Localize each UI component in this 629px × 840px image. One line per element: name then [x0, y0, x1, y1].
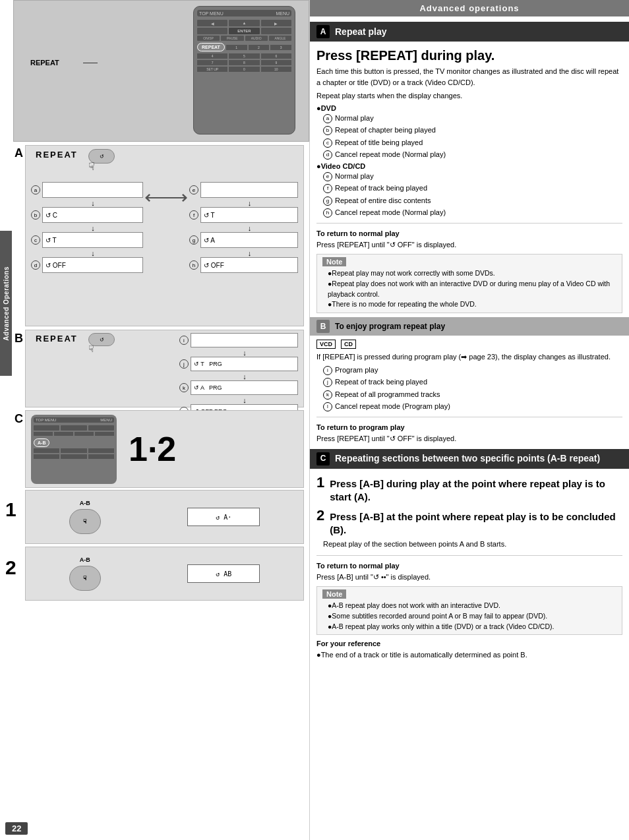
b-item-i-text: Program play [335, 365, 378, 376]
bullet-circle-g: g [323, 196, 332, 206]
rc-num2 [34, 448, 114, 453]
flow-box-d: ↺ OFF [42, 257, 143, 273]
b-item-i: i Program play [310, 364, 629, 376]
remote-btn: 3 [270, 45, 291, 50]
remote-enter-btn: ENTER [229, 28, 259, 34]
remote-middle-row: ENTER [197, 28, 291, 34]
bullet-circle-j: j [323, 378, 332, 387]
dvd-item-b-text: Repeat of chapter being played [335, 125, 436, 136]
step2-subtext: Repeat play of the section between point… [310, 537, 629, 551]
circle-c: c [31, 235, 40, 245]
dvd-item-d-text: Cancel repeat mode (Normal play) [335, 149, 446, 160]
flow-box-i [191, 333, 298, 347]
step2-display: ↺ AB [187, 564, 260, 583]
note-item-c2: ●Some subtitles recorded around point A … [322, 611, 616, 622]
flow-arrow-gh: ↓ [189, 249, 298, 257]
bullet-circle-l: l [323, 402, 332, 411]
vcd-badge: VCD [316, 340, 336, 349]
remote-btn: ON/SP [197, 36, 220, 41]
section-b-label: B [15, 332, 23, 345]
remote-top-menu-label: TOP MENU [199, 11, 224, 16]
return-normal-text: Press [REPEAT] until "↺ OFF" is displaye… [310, 238, 629, 252]
reference-text: ●The end of a track or title is automati… [310, 648, 629, 662]
step1-ab-btn-icon: ☟ [83, 518, 86, 525]
note-item-c1: ●A-B repeat play does not work with an i… [322, 601, 616, 611]
flow-box-j: ↺ T PRG [191, 357, 298, 371]
flow-item-b: b ↺ C [31, 207, 143, 223]
section-a-title: Repeat play [335, 26, 387, 37]
step1-ab-label: A-B [80, 500, 90, 506]
remote-top-image: TOP MENU MENU ◀ ▲ ▶ ENTER ON/SP PAUSE AU… [13, 0, 309, 142]
circle-j: j [179, 359, 189, 369]
step2-ab-btn-icon: ☟ [83, 575, 86, 582]
repeat-title-a: REPEAT [36, 150, 78, 160]
remote-num-row3: 7 8 9 [197, 60, 291, 65]
section-b-body: If [REPEAT] is pressed during program pl… [310, 350, 629, 364]
num-12-display: 1·2 [129, 429, 176, 469]
flow-item-h: h ↺ OFF [189, 257, 298, 273]
flow-box-e [200, 182, 298, 198]
rc-num-row [55, 440, 57, 444]
note-box-c: Note ●A-B repeat play does not work with… [316, 586, 622, 635]
rc-btn [75, 432, 94, 436]
b-item-l-text: Cancel repeat mode (Program play) [335, 401, 450, 412]
remote-bottom-row: SET UP 0 10 [197, 67, 291, 72]
b-item-l: l Cancel repeat mode (Program play) [310, 400, 629, 413]
note-box-a: Note ●Repeat play may not work correctly… [316, 254, 622, 313]
section-a-badge: A [316, 25, 330, 38]
remote-buttons-top: ◀ ▲ ▶ [197, 20, 291, 26]
remote-c: TOP MENU MENU A-B [31, 415, 117, 484]
remote-btn: 5 [229, 53, 259, 59]
section-c-header: C Repeating sections between two specifi… [310, 449, 629, 469]
remote-btn: ◀ [197, 20, 227, 26]
step1-ab-btn[interactable]: ☟ [69, 509, 101, 534]
b-item-k-text: Repeat of all programmed tracks [335, 389, 440, 400]
remote-btn: 9 [261, 60, 291, 65]
section-c-label: C [15, 412, 23, 426]
return-program-label: To return to program play [310, 421, 629, 432]
rc-ab-row: A-B [34, 437, 114, 447]
circle-f: f [189, 210, 198, 220]
remote-btn: 6 [261, 53, 291, 59]
vcd-item-g-text: Repeat of entire disc contents [335, 195, 431, 206]
left-panel: Advanced Operations TOP MENU MENU ◀ ▲ ▶ … [0, 0, 310, 840]
note-title-c: Note [322, 589, 346, 599]
rc-num3 [34, 454, 114, 459]
remote-btn: AUDIO [245, 36, 268, 41]
flow-arrow-ab: ↓ [31, 199, 143, 207]
flow-arrow-cd: ↓ [31, 249, 143, 257]
remote-btn: 1 [226, 45, 247, 50]
step1-number: 1 [5, 498, 16, 521]
dvd-flow: a ↓ b ↺ C ↓ c ↺ T ↓ d ↺ OFF [31, 182, 143, 273]
remote-btn: ▶ [261, 20, 291, 26]
vcd-item-e: e Normal play [310, 170, 629, 183]
circle-e: e [189, 185, 198, 195]
vcd-flow: e ↓ f ↺ T ↓ g ↺ A ↓ h ↺ OFF [189, 182, 298, 273]
flow-item-c: c ↺ T [31, 232, 143, 248]
section-b-header: B To enjoy program repeat play [310, 317, 629, 336]
bullet-circle-a: a [323, 114, 332, 123]
remote-c-top: TOP MENU MENU [34, 417, 114, 423]
note-item-a1: ●Repeat play may not work correctly with… [322, 268, 616, 279]
section-a-label: A [15, 146, 23, 160]
rc-ab-btn: A-B [34, 438, 49, 447]
return-normal-c-label: To return to normal play [310, 560, 629, 570]
bullet-circle-f: f [323, 184, 332, 193]
reference-label: For your reference [310, 638, 629, 648]
dvd-item-a: a Normal play [310, 112, 629, 125]
remote-top-bar: TOP MENU MENU [197, 10, 291, 16]
step2-ab-btn[interactable]: ☟ [69, 566, 101, 591]
flow-arrow-fg: ↓ [189, 224, 298, 232]
dvd-item-a-text: Normal play [335, 113, 374, 124]
step2-ab-label: A-B [80, 556, 90, 563]
circle-h: h [189, 260, 198, 270]
bullet-circle-b: b [323, 126, 332, 135]
remote-btn: 7 [197, 60, 227, 65]
remote-btn: ▲ [229, 20, 259, 26]
prg-flow: i ↓ j ↺ T PRG ↓ k ↺ A PRG ↓ l ↺ OFF PRG [179, 333, 298, 419]
section-b-badge: B [316, 320, 330, 333]
remote-btn [261, 28, 291, 34]
flow-item-a: a [31, 182, 143, 198]
circle-k: k [179, 383, 189, 392]
rc-btn [61, 454, 86, 459]
